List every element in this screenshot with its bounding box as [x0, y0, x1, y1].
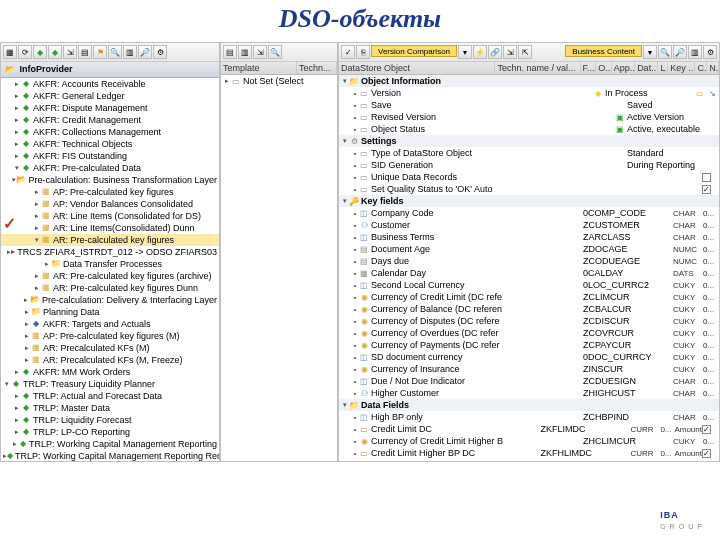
tb-green1-icon[interactable]: ◆: [33, 45, 47, 59]
expand-icon[interactable]: ▸: [33, 188, 41, 196]
tb-cube-icon[interactable]: ▦: [3, 45, 17, 59]
tree-row[interactable]: ▸AR: Pre-calculated key figures (archive…: [1, 270, 219, 282]
data-row[interactable]: •Second Local Currency0LOC_CURRC2CUKY0..…: [339, 279, 719, 291]
expand-icon[interactable]: ▸: [13, 416, 21, 424]
expand-icon[interactable]: ▾: [33, 236, 41, 244]
tree-row[interactable]: ▾AR: Pre-calculated key figures: [1, 234, 219, 246]
collapse-icon[interactable]: ▾: [341, 197, 349, 205]
tree-row[interactable]: ▸AKFR: Technical Objects: [1, 138, 219, 150]
expand-icon[interactable]: ▸: [13, 104, 21, 112]
section-header[interactable]: ▾Object Information: [339, 75, 719, 87]
row-checkbox[interactable]: [702, 185, 711, 194]
data-row[interactable]: •Currency of Overdues (DC referZCOVRCURC…: [339, 327, 719, 339]
rt-find-icon[interactable]: 🔍: [658, 45, 672, 59]
section-header[interactable]: ▾Settings: [339, 135, 719, 147]
tree-row[interactable]: ▸AR: Pre-calculated key figures Dunn: [1, 282, 219, 294]
expand-icon[interactable]: ▸: [223, 77, 231, 85]
tb-col-icon[interactable]: ▥: [123, 45, 137, 59]
tree-row[interactable]: ▸TRLP: Working Capital Management Report…: [1, 438, 219, 450]
data-row[interactable]: •SD document currency0DOC_CURRCYCUKY0...: [339, 351, 719, 363]
mid-tree[interactable]: ▸ Not Set (Select: [221, 75, 337, 461]
data-row[interactable]: •Unique Data Records: [339, 171, 719, 183]
tree-row[interactable]: ▸AKFR: MM Work Orders: [1, 366, 219, 378]
data-row[interactable]: •Revised VersionActive Version: [339, 111, 719, 123]
data-row[interactable]: •Days dueZCODUEAGENUMC0...: [339, 255, 719, 267]
expand-icon[interactable]: ▸: [13, 428, 21, 436]
mid-tb4-icon[interactable]: 🔍: [268, 45, 282, 59]
tree-row[interactable]: ▸TRLP: Working Capital Management Report…: [1, 450, 219, 462]
collapse-icon[interactable]: ▾: [341, 401, 349, 409]
expand-icon[interactable]: ▸: [33, 224, 41, 232]
data-row[interactable]: •Currency of Credit Limit (DC refeZCLIMC…: [339, 291, 719, 303]
col-tech[interactable]: Techn. name / val...: [495, 62, 580, 74]
collapse-icon[interactable]: ▾: [341, 77, 349, 85]
expand-icon[interactable]: ▸: [22, 296, 30, 304]
row-checkbox[interactable]: [702, 173, 711, 182]
mid-tb3-icon[interactable]: ⇲: [253, 45, 267, 59]
data-row[interactable]: •Credit Limit USDZKFLIMLC2CURR0...Amount: [339, 459, 719, 461]
tb-search-icon[interactable]: 🔎: [138, 45, 152, 59]
tb-flag-icon[interactable]: ⚑: [93, 45, 107, 59]
col-app[interactable]: App...: [612, 62, 635, 74]
version-comparison-tag[interactable]: Version Comparison: [371, 45, 457, 57]
expand-icon[interactable]: ▸: [13, 404, 21, 412]
expand-icon[interactable]: ▸: [23, 356, 31, 364]
tb-tree-icon[interactable]: ⇲: [63, 45, 77, 59]
tree-row[interactable]: ▸AP: Pre-calculated key figures (M): [1, 330, 219, 342]
col-dat[interactable]: Dat...: [635, 62, 658, 74]
right-tree[interactable]: ▾Object Information•VersionIn Process▭↘•…: [339, 75, 719, 461]
tree-row[interactable]: ▸AR: Line Items(Consolidated) Dunn: [1, 222, 219, 234]
expand-icon[interactable]: ▸: [13, 80, 21, 88]
expand-icon[interactable]: ▸: [23, 308, 31, 316]
rt-cfg-icon[interactable]: ⚙: [703, 45, 717, 59]
data-row[interactable]: •Type of DataStore ObjectStandard: [339, 147, 719, 159]
tree-row[interactable]: ▸TRLP: LP-CO Reporting: [1, 426, 219, 438]
tb-settings-icon[interactable]: ⚙: [153, 45, 167, 59]
data-row[interactable]: •Business TermsZARCLASSCHAR0...: [339, 231, 719, 243]
col-o[interactable]: O..: [596, 62, 612, 74]
data-row[interactable]: •Company Code0COMP_CODECHAR0...: [339, 207, 719, 219]
expand-icon[interactable]: ▸: [13, 368, 21, 376]
expand-icon[interactable]: ▸: [13, 128, 21, 136]
rt-search-icon[interactable]: 🔎: [673, 45, 687, 59]
tb-find-icon[interactable]: 🔍: [108, 45, 122, 59]
tree-row[interactable]: ▸AKFR: Targets and Actuals: [1, 318, 219, 330]
data-row[interactable]: •Currency of Balance (DC referenZCBALCUR…: [339, 303, 719, 315]
tree-row[interactable]: ▾AKFR: Pre-calculated Data: [1, 162, 219, 174]
section-header[interactable]: ▾Key fields: [339, 195, 719, 207]
data-row[interactable]: •SaveSaved: [339, 99, 719, 111]
copy-icon[interactable]: ▭: [695, 88, 705, 98]
rt-activate-icon[interactable]: ⚡: [473, 45, 487, 59]
expand-icon[interactable]: ▸: [23, 320, 31, 328]
data-row[interactable]: •High BP onlyZCHBPINDCHAR0...: [339, 411, 719, 423]
mid-tb1-icon[interactable]: ▤: [223, 45, 237, 59]
mid-col2[interactable]: Techn...: [297, 62, 337, 74]
collapse-icon[interactable]: ▾: [341, 137, 349, 145]
link-icon[interactable]: ↘: [707, 88, 717, 98]
expand-icon[interactable]: ▸: [33, 272, 41, 280]
rt-cols-icon[interactable]: ▥: [688, 45, 702, 59]
data-row[interactable]: •Currency of Credit Limit Higher BZHCLIM…: [339, 435, 719, 447]
tree-row[interactable]: ▸TRLP: Actual and Forecast Data: [1, 390, 219, 402]
rt-compare-icon[interactable]: ⎘: [356, 45, 370, 59]
expand-icon[interactable]: ▾: [13, 164, 21, 172]
data-row[interactable]: •CustomerZCUSTOMERCHAR0...: [339, 219, 719, 231]
data-row[interactable]: •Set Quality Status to 'OK' Auto: [339, 183, 719, 195]
tree-row[interactable]: ▸Planning Data: [1, 306, 219, 318]
rt-dd1-icon[interactable]: ▾: [458, 45, 472, 59]
col-main[interactable]: DataStore Object: [339, 62, 495, 74]
data-row[interactable]: •Due / Not Due IndicatorZCDUESIGNCHAR0..…: [339, 375, 719, 387]
tree-row[interactable]: ▸AR: Precalculated KFs (M): [1, 342, 219, 354]
expand-icon[interactable]: ▸: [33, 284, 41, 292]
col-f[interactable]: F...: [581, 62, 597, 74]
expand-icon[interactable]: ▸: [33, 212, 41, 220]
tb-refresh-icon[interactable]: ⟳: [18, 45, 32, 59]
tree-row[interactable]: ▸TRLP: Liquidity Forecast: [1, 414, 219, 426]
expand-icon[interactable]: ▸: [13, 116, 21, 124]
tree-row[interactable]: ▸AR: Precalculated KFs (M, Freeze): [1, 354, 219, 366]
row-checkbox[interactable]: [702, 425, 711, 434]
data-row[interactable]: •Currency of Payments (DC referZCPAYCURC…: [339, 339, 719, 351]
tree-row[interactable]: ▸AKFR: FIS Outstanding: [1, 150, 219, 162]
tree-row[interactable]: ▸Data Transfer Processes: [1, 258, 219, 270]
data-row[interactable]: •Document AgeZDOCAGENUMC0...: [339, 243, 719, 255]
